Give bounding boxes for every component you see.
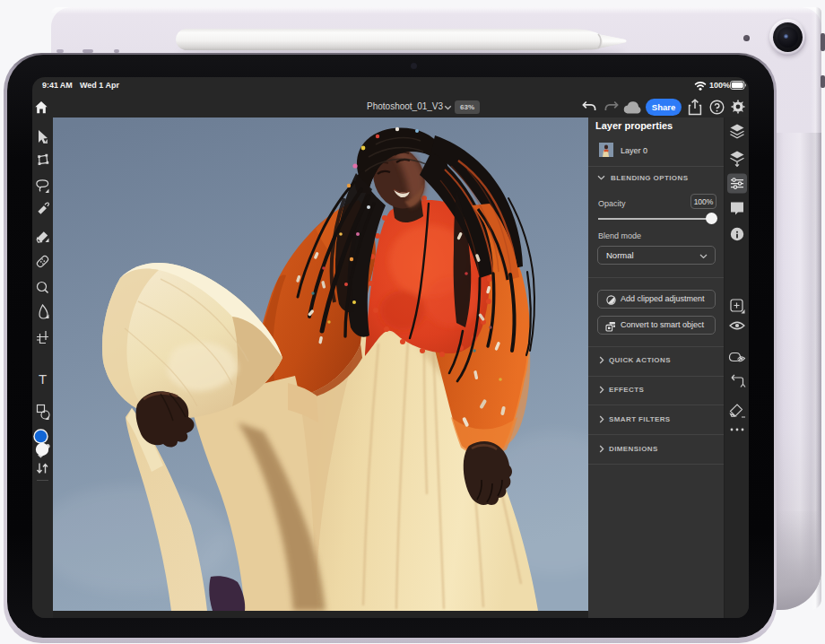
svg-text:T: T <box>39 371 47 387</box>
